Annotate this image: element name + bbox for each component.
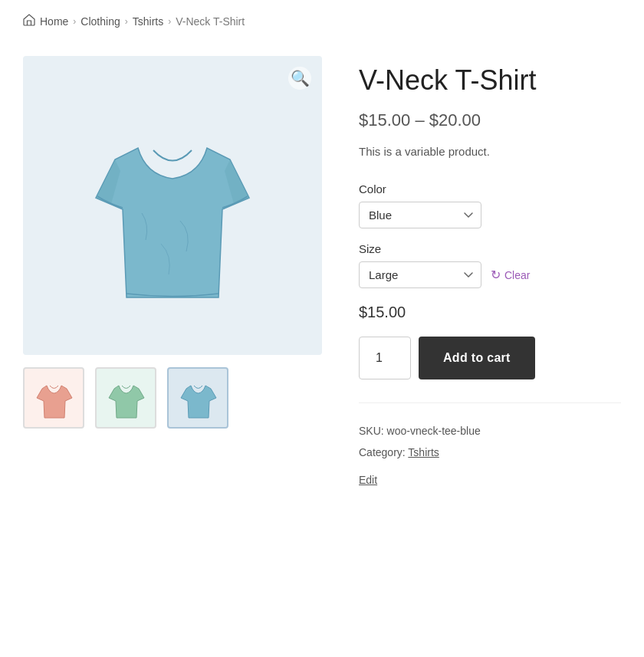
color-variation-group: Color Blue Green Pink bbox=[359, 182, 621, 228]
size-select[interactable]: Large Medium Small bbox=[359, 261, 481, 288]
main-image-wrapper: 🔍 bbox=[23, 56, 322, 355]
color-select[interactable]: Blue Green Pink bbox=[359, 202, 481, 228]
thumbnail-green[interactable] bbox=[95, 367, 156, 429]
breadcrumb-home-link[interactable]: Home bbox=[40, 15, 68, 28]
product-layout: 🔍 bbox=[23, 56, 621, 491]
zoom-icon[interactable]: 🔍 bbox=[288, 67, 311, 90]
clear-label: Clear bbox=[504, 269, 530, 281]
size-variation-row: Large Medium Small ↻ Clear bbox=[359, 261, 621, 288]
refresh-icon: ↻ bbox=[491, 268, 501, 282]
sku-row: SKU: woo-vneck-tee-blue bbox=[359, 420, 621, 442]
size-label: Size bbox=[359, 242, 621, 255]
add-to-cart-button[interactable]: Add to cart bbox=[419, 337, 535, 379]
breadcrumb-sep-3: › bbox=[168, 16, 171, 27]
clear-variation-link[interactable]: ↻ Clear bbox=[491, 268, 530, 282]
breadcrumb: Home › Clothing › Tshirts › V-Neck T-Shi… bbox=[23, 14, 621, 28]
product-images: 🔍 bbox=[23, 56, 322, 429]
thumbnail-blue[interactable] bbox=[167, 367, 228, 429]
product-image bbox=[73, 90, 272, 320]
breadcrumb-current: V-Neck T-Shirt bbox=[176, 15, 245, 28]
category-row: Category: Tshirts bbox=[359, 442, 621, 463]
sku-number: woo-vneck-tee-blue bbox=[387, 425, 481, 437]
category-link[interactable]: Tshirts bbox=[408, 446, 439, 458]
category-link-text: Tshirts bbox=[408, 446, 439, 458]
breadcrumb-sep-1: › bbox=[73, 16, 76, 27]
size-variation-group: Size Large Medium Small ↻ Clear bbox=[359, 242, 621, 288]
thumbnail-pink[interactable] bbox=[23, 367, 84, 429]
category-label: Category: bbox=[359, 446, 406, 458]
thumbnails bbox=[23, 367, 322, 429]
quantity-input[interactable]: 1 bbox=[359, 337, 411, 379]
edit-link[interactable]: Edit bbox=[359, 469, 377, 491]
breadcrumb-tshirts-link[interactable]: Tshirts bbox=[133, 15, 163, 28]
add-to-cart-row: 1 Add to cart bbox=[359, 337, 621, 379]
breadcrumb-clothing-link[interactable]: Clothing bbox=[80, 15, 120, 28]
color-label: Color bbox=[359, 182, 621, 195]
product-description: This is a variable product. bbox=[359, 143, 621, 161]
breadcrumb-sep-2: › bbox=[125, 16, 128, 27]
product-meta: SKU: woo-vneck-tee-blue Category: Tshirt… bbox=[359, 402, 621, 491]
variation-price: $15.00 bbox=[359, 304, 621, 321]
product-title: V-Neck T-Shirt bbox=[359, 64, 621, 97]
product-details: V-Neck T-Shirt $15.00 – $20.00 This is a… bbox=[359, 56, 621, 491]
sku-label: SKU: bbox=[359, 425, 384, 437]
home-icon bbox=[23, 14, 35, 28]
product-price: $15.00 – $20.00 bbox=[359, 110, 621, 130]
